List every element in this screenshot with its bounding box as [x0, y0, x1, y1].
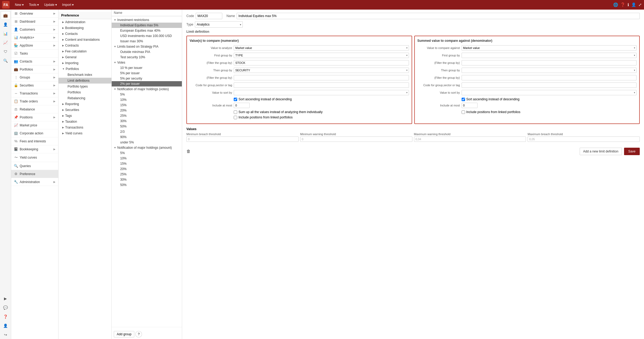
denom-sort-select[interactable]	[462, 90, 637, 95]
nav-analytics[interactable]: 📊 Analytics+ ▶	[11, 34, 58, 42]
import-menu[interactable]: Import ▾	[61, 2, 75, 8]
tree-item-bookkeeping[interactable]: ▶Bookkeeping	[58, 25, 111, 31]
nav-tasks[interactable]: ☑ Tasks	[11, 49, 58, 57]
update-menu[interactable]: Update ▾	[43, 2, 58, 8]
inv-item[interactable]: 90%	[112, 134, 182, 140]
sidebar-icon-person[interactable]: 👤	[1, 321, 10, 330]
tree-item-limit-definitions[interactable]: Limit definitions	[58, 78, 111, 84]
tree-item-taxation[interactable]: ▶Taxation	[58, 119, 111, 125]
inv-item[interactable]: 5%	[112, 92, 182, 97]
inv-item[interactable]: ▼Notification of major holdings (votes)	[112, 86, 182, 92]
nav-overview[interactable]: ⊞ Overview ▶	[11, 10, 58, 18]
tree-item-yield-curves[interactable]: ▶Yield curves	[58, 130, 111, 136]
add-group-button[interactable]: Add group	[114, 331, 134, 337]
filter-group-by-input[interactable]	[234, 60, 409, 65]
tree-item-contacts[interactable]: ▶Contacts	[58, 31, 111, 37]
tree-item-importing[interactable]: ▶Importing	[58, 60, 111, 66]
value-sort-select[interactable]	[234, 90, 409, 95]
add-limit-button[interactable]: Add a new limit definition	[580, 148, 622, 155]
save-button[interactable]: Save	[624, 148, 640, 155]
value-to-analyze-select[interactable]: Market value	[234, 45, 409, 51]
inv-item[interactable]: 50%	[112, 182, 182, 188]
inv-item[interactable]: 5% per security	[112, 76, 182, 81]
inv-item[interactable]: Issuer max 30%	[112, 39, 182, 44]
values-input[interactable]	[186, 137, 299, 142]
inv-item[interactable]: under 5%	[112, 140, 182, 145]
nav-customers[interactable]: 👤 Customers ▶	[11, 26, 58, 34]
values-input[interactable]	[528, 137, 640, 142]
nav-bookkeeping[interactable]: 📓 Bookkeeping ▶	[11, 145, 58, 153]
tree-item-reporting[interactable]: ▶Reporting	[58, 101, 111, 107]
nav-corporate-action[interactable]: 🏢 Corporate action	[11, 129, 58, 137]
nav-contacts[interactable]: 👥 Contacts ▶	[11, 57, 58, 65]
inv-item[interactable]: Individual Equities max 5%	[112, 23, 182, 28]
sidebar-icon-briefcase[interactable]: 💼	[1, 11, 10, 20]
filter-group-by2-input[interactable]	[234, 75, 409, 80]
tree-item-general[interactable]: ▶General	[58, 54, 111, 60]
denom-value-compare-select[interactable]: Market value	[462, 45, 637, 51]
denom-include-most-input[interactable]	[462, 103, 478, 108]
inv-item[interactable]: ▼Investment restrictions	[112, 17, 182, 23]
tree-item-fee-calculation[interactable]: ▶Fee calculation	[58, 48, 111, 54]
inv-item[interactable]: European Equities max 40%	[112, 28, 182, 33]
tree-item-portfolios[interactable]: ▼Portfolios	[58, 66, 111, 72]
inv-item[interactable]: Outside min/max PIA	[112, 49, 182, 55]
tree-item-contracts[interactable]: ▶Contracts	[58, 43, 111, 48]
tree-item-rebalancing[interactable]: Rebalancing	[58, 95, 111, 101]
help-icon[interactable]: ❓	[620, 2, 625, 7]
nav-yield-curves[interactable]: 〜 Yield curves	[11, 153, 58, 162]
denom-first-group-select[interactable]	[462, 53, 637, 58]
inv-item[interactable]: 25%	[112, 113, 182, 118]
code-group-input[interactable]	[234, 82, 409, 88]
tree-item-portfolio-types[interactable]: Portfolio types	[58, 84, 111, 89]
inv-item[interactable]: 15%	[112, 161, 182, 166]
inv-item[interactable]: 2/3	[112, 129, 182, 134]
then-group-by-select[interactable]: SECURITY	[234, 68, 409, 73]
inv-item[interactable]: 20%	[112, 108, 182, 113]
tree-item-securities[interactable]: ▶Securities	[58, 107, 111, 113]
nav-administration[interactable]: 🔧 Administration ▶	[11, 178, 58, 186]
denom-then-group-select[interactable]	[462, 68, 637, 73]
tree-item-transactions[interactable]: ▶Transactions	[58, 125, 111, 130]
nav-portfolios[interactable]: 💼 Portfolios ▶	[11, 65, 58, 73]
include-at-most-input[interactable]	[234, 103, 250, 108]
name-input[interactable]	[237, 13, 640, 19]
nav-securities[interactable]: 🔒 Securities ▶	[11, 81, 58, 89]
nav-fees-interests[interactable]: % Fees and interests	[11, 137, 58, 145]
sidebar-icon-question[interactable]: ❓	[1, 312, 10, 321]
nav-rebalance[interactable]: ⚖ Rebalance	[11, 105, 58, 113]
sidebar-icon-chart[interactable]: 📈	[1, 38, 10, 47]
tree-item-content-and-translations[interactable]: ▶Content and translations	[58, 37, 111, 43]
inv-item[interactable]: 30%	[112, 177, 182, 182]
globe-icon[interactable]: 🌐	[613, 2, 618, 7]
denom-code-input[interactable]	[462, 82, 637, 88]
inv-item[interactable]: 20%	[112, 166, 182, 172]
tools-menu[interactable]: Tools ▾	[27, 2, 40, 8]
inv-item[interactable]: 2% per issuer	[112, 81, 182, 86]
tree-item-administration[interactable]: ▶Administration	[58, 19, 111, 25]
help-button[interactable]: ?	[135, 331, 142, 337]
inv-item[interactable]: 15%	[112, 102, 182, 108]
nav-dashboard[interactable]: ⊞ Dashboard ▶	[11, 18, 58, 26]
nav-trade-orders[interactable]: 📋 Trade orders ▶	[11, 97, 58, 105]
nav-market-price[interactable]: 📈 Market price	[11, 121, 58, 129]
tree-item-portfolios[interactable]: Portfolios	[58, 89, 111, 95]
denom-sort-asc-checkbox[interactable]	[462, 98, 465, 101]
sidebar-icon-chat[interactable]: 💬	[1, 303, 10, 312]
nav-groups[interactable]: ⋮ Groups ▶	[11, 73, 58, 81]
inv-item[interactable]: USD investments max 100.000 USD	[112, 33, 182, 39]
expand-icon[interactable]: ⤢	[638, 2, 642, 7]
nav-appstore[interactable]: 🏪 AppStore ▶	[11, 42, 58, 49]
denom-include-linked-checkbox[interactable]	[462, 110, 465, 114]
tree-item-tags[interactable]: ▶Tags	[58, 113, 111, 119]
inv-item[interactable]: 30%	[112, 118, 182, 124]
values-input[interactable]	[414, 137, 526, 142]
tree-item-benchmark-index[interactable]: Benchmark index	[58, 72, 111, 78]
include-linked-checkbox[interactable]	[234, 116, 237, 119]
sidebar-icon-shield[interactable]: 🛡	[1, 47, 10, 56]
inv-item[interactable]: ▼Notification of major holdings (amount)	[112, 145, 182, 150]
inv-item[interactable]: 10 % per issuer	[112, 65, 182, 71]
nav-positions[interactable]: 📌 Positions ▶	[11, 113, 58, 121]
sidebar-icon-analytics[interactable]: 📊	[1, 29, 10, 38]
nav-queries[interactable]: 🔍 Queries	[11, 162, 58, 170]
